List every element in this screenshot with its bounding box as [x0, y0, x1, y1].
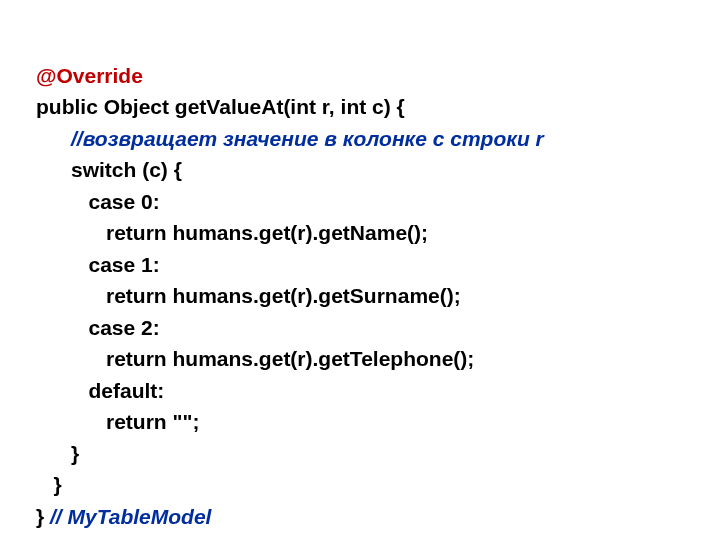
code-line: return "";	[36, 410, 199, 433]
annotation-override: @Override	[36, 64, 143, 87]
code-line: switch (c) {	[36, 158, 182, 181]
code-line: case 1:	[36, 253, 160, 276]
code-line: return humans.get(r).getTelephone();	[36, 347, 474, 370]
code-line: case 2:	[36, 316, 160, 339]
code-line: }	[36, 442, 79, 465]
code-line: case 0:	[36, 190, 160, 213]
code-line: default:	[36, 379, 164, 402]
code-line: public Object getValueAt(int r, int c) {	[36, 95, 405, 118]
code-line: }	[36, 473, 62, 496]
code-line: return humans.get(r).getSurname();	[36, 284, 461, 307]
code-line: }	[36, 505, 50, 528]
code-comment: // MyTableModel	[50, 505, 211, 528]
code-comment: //возвращает значение в колонке c строки…	[36, 127, 544, 150]
code-line: return humans.get(r).getName();	[36, 221, 428, 244]
code-snippet: @Override public Object getValueAt(int r…	[36, 28, 684, 532]
